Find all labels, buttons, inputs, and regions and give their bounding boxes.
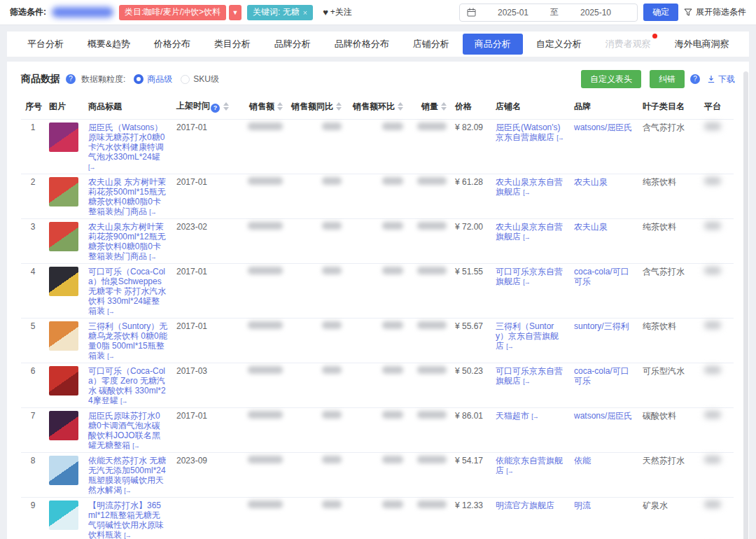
- sort-asc-icon[interactable]: [336, 102, 342, 106]
- brand-link[interactable]: 依能: [574, 456, 591, 465]
- product-title-link[interactable]: 可口可乐（Coca-Cola）零度 Zero 无糖汽水 碳酸饮料 330ml*2…: [88, 366, 166, 405]
- redacted-sales-yoy-value: [322, 222, 342, 230]
- shop-link[interactable]: 依能京东自营旗舰店 [→: [496, 456, 563, 475]
- granularity-help-icon[interactable]: ?: [66, 74, 76, 84]
- shop-link[interactable]: 农夫山泉京东自营旗舰店 [→: [496, 222, 563, 241]
- tab-brand-price-distribution[interactable]: 品牌价格分布: [323, 31, 401, 57]
- tab-overview-trends[interactable]: 概要&趋势: [76, 31, 142, 57]
- tab-label: 消费者观察: [606, 38, 651, 49]
- tab-brand-analysis[interactable]: 品牌分析: [262, 31, 323, 57]
- radio-sku-level[interactable]: SKU级: [181, 74, 219, 85]
- brand-link[interactable]: 农夫山泉: [574, 177, 608, 187]
- date-range-picker[interactable]: 2025-01 至 2025-10: [459, 4, 638, 22]
- brand-link[interactable]: coca-cola/可口可乐: [574, 267, 629, 286]
- date-to-input[interactable]: 2025-10: [561, 8, 630, 18]
- sort-asc-icon[interactable]: [398, 102, 403, 106]
- category-dropdown-caret-icon[interactable]: ▼: [229, 5, 241, 20]
- column-header-platform: 平台: [700, 94, 734, 120]
- sort-desc-icon[interactable]: [277, 107, 283, 111]
- row-index: 7: [31, 411, 36, 421]
- product-image[interactable]: [49, 366, 78, 396]
- brand-link[interactable]: suntory/三得利: [574, 321, 629, 331]
- product-title-link[interactable]: 【明流苏打水】365ml*12瓶整箱无糖无气弱碱性饮用水原味饮料瓶装 [→: [88, 500, 164, 539]
- product-title-link[interactable]: 三得利（Suntory）无糖乌龙茶饮料 0糖0能量0脂 500ml*15瓶整箱装…: [88, 321, 167, 360]
- shop-link[interactable]: 明流官方旗舰店 [→: [496, 500, 554, 510]
- tab-price-distribution[interactable]: 价格分布: [142, 31, 202, 57]
- brand-link[interactable]: 农夫山泉: [574, 222, 608, 232]
- column-label: 销售额环比: [353, 102, 395, 111]
- radio-product-level[interactable]: 商品级: [134, 74, 172, 85]
- product-title-link[interactable]: 屈臣氏原味苏打水0糖0卡调酒气泡水碳酸饮料JOJO联名黑罐无糖整箱 [→: [88, 411, 160, 450]
- product-image[interactable]: [49, 321, 78, 351]
- shop-link[interactable]: 可口可乐京东自营旗舰店 [→: [496, 366, 563, 386]
- external-link-icon: [→: [523, 378, 530, 385]
- sort-desc-icon[interactable]: [336, 107, 342, 111]
- keyword-filter-tag[interactable]: 关键词: 无糖 ×: [247, 5, 313, 20]
- sort-asc-icon[interactable]: [277, 102, 283, 106]
- redacted-filter-value: [52, 7, 113, 18]
- brand-link[interactable]: coca-cola/可口可乐: [574, 366, 629, 386]
- shop-link[interactable]: 屈臣氏(Watson's)京东自营旗舰店 [→: [496, 122, 564, 142]
- tab-label: 品牌分析: [274, 38, 311, 49]
- sort-asc-icon[interactable]: [223, 102, 229, 106]
- product-title-link[interactable]: 依能天然苏打水 无糖无汽无添加500ml*24瓶塑膜装弱碱饮用天然水解渴 [→: [88, 456, 166, 495]
- tab-consumer-insight[interactable]: 消费者观察: [594, 31, 663, 57]
- download-button[interactable]: 下载: [707, 74, 735, 85]
- date-from-input[interactable]: 2025-01: [479, 8, 547, 18]
- shop-link[interactable]: 农夫山泉京东自营旗舰店 [→: [496, 177, 563, 197]
- tab-overseas-ecommerce[interactable]: 海外电商洞察: [663, 31, 741, 57]
- tab-custom-analysis[interactable]: 自定义分析: [524, 31, 594, 57]
- sort-desc-icon[interactable]: [441, 107, 447, 111]
- sort-desc-icon[interactable]: [398, 107, 403, 111]
- tab-category-analysis[interactable]: 类目分析: [202, 31, 262, 57]
- sort-toggle[interactable]: [336, 102, 342, 111]
- product-image[interactable]: [49, 177, 78, 206]
- product-title-link[interactable]: 农夫山泉 东方树叶茉莉花茶500ml*15瓶无糖茶饮料0糖0脂0卡整箱装热门商品…: [88, 177, 166, 216]
- radio-selected-icon: [134, 74, 144, 84]
- remove-keyword-icon[interactable]: ×: [303, 8, 307, 17]
- column-label: 叶子类目名: [643, 102, 685, 111]
- confirm-button[interactable]: 确定: [643, 4, 678, 21]
- sort-toggle[interactable]: [277, 102, 283, 111]
- shop-name: 三得利（Suntory）京东自营旗舰店: [496, 321, 559, 351]
- product-title-link[interactable]: 屈臣氏（Watsons）原味无糖苏打水0糖0卡汽水饮料健康特调气泡水330mL*…: [88, 122, 164, 172]
- product-image[interactable]: [49, 411, 78, 440]
- brand-link[interactable]: watsons/屈臣氏: [574, 122, 632, 132]
- tab-shop-analysis[interactable]: 店铺分析: [401, 31, 461, 57]
- product-image[interactable]: [49, 222, 78, 251]
- vertical-scrollbar[interactable]: [743, 71, 748, 539]
- shop-link[interactable]: 天猫超市 [→: [496, 411, 538, 421]
- redacted-sales-yoy-value: [322, 500, 342, 508]
- product-image[interactable]: [49, 500, 78, 530]
- row-index: 2: [31, 177, 36, 187]
- sort-asc-icon[interactable]: [441, 102, 447, 106]
- external-link-icon: [→: [132, 442, 139, 449]
- tab-platform-analysis[interactable]: 平台分析: [15, 31, 76, 57]
- expand-filters-button[interactable]: 展开筛选条件: [684, 6, 746, 18]
- brand-link[interactable]: 明流: [574, 500, 591, 510]
- follow-button[interactable]: ♥ +关注: [323, 6, 352, 18]
- sort-toggle[interactable]: [223, 102, 229, 111]
- table-row: 8 依能天然苏打水 无糖无汽无添加500ml*24瓶塑膜装弱碱饮用天然水解渴 […: [21, 453, 734, 498]
- listed-date: 2017-01: [176, 267, 207, 276]
- product-image[interactable]: [49, 267, 78, 296]
- product-image[interactable]: [49, 456, 78, 485]
- sort-toggle[interactable]: [398, 102, 403, 111]
- tab-product-analysis[interactable]: 商品分析: [463, 34, 523, 55]
- download-help-icon[interactable]: ?: [690, 74, 700, 84]
- sort-desc-icon[interactable]: [223, 107, 229, 111]
- custom-columns-button[interactable]: 自定义表头: [581, 70, 641, 88]
- shop-link[interactable]: 三得利（Suntory）京东自营旗舰店 [→: [496, 321, 559, 351]
- correction-button[interactable]: 纠错: [650, 70, 685, 88]
- price-value: ¥ 50.23: [455, 366, 483, 376]
- sort-toggle[interactable]: [441, 102, 447, 111]
- category-filter-tag[interactable]: 类目:咖啡/麦片/冲饮>饮料: [119, 5, 226, 20]
- brand-link[interactable]: watsons/屈臣氏: [574, 411, 632, 421]
- product-image[interactable]: [49, 122, 78, 152]
- product-title-link[interactable]: 农夫山泉东方树叶茉莉花茶900ml*12瓶无糖茶饮料0糖0脂0卡整箱装热门商品 …: [88, 222, 166, 261]
- redacted-sales-yoy-value: [322, 122, 342, 130]
- shop-link[interactable]: 可口可乐京东自营旗舰店 [→: [496, 267, 563, 286]
- product-title-link[interactable]: 可口可乐（Coca-Cola）怡泉Schweppes 无糖零卡 苏打水汽水饮料 …: [88, 267, 166, 316]
- column-help-icon[interactable]: ?: [211, 104, 220, 113]
- column-label: 品牌: [574, 102, 591, 111]
